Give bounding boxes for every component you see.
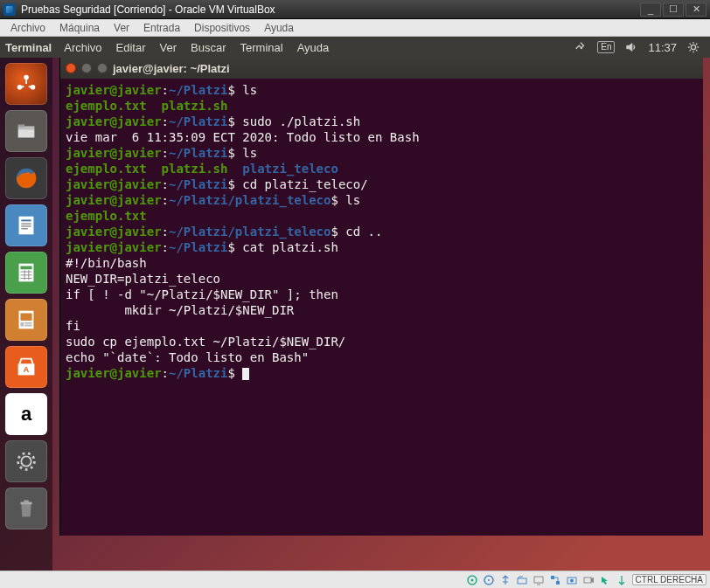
svg-point-32: [471, 578, 474, 581]
minimize-button[interactable]: _: [640, 3, 661, 17]
svg-point-0: [691, 45, 695, 49]
svg-point-41: [570, 578, 574, 582]
vbox-menu-archivo[interactable]: Archivo: [3, 22, 52, 34]
host-key-label: CTRL DERECHA: [632, 574, 707, 585]
term-menu-editar[interactable]: Editar: [109, 41, 153, 54]
term-menu-ver[interactable]: Ver: [153, 41, 184, 54]
terminal-minimize-button[interactable]: [81, 63, 92, 73]
svg-rect-5: [18, 129, 35, 137]
virtualbox-icon: [3, 3, 16, 16]
svg-point-34: [488, 579, 490, 581]
svg-rect-30: [24, 501, 29, 502]
launcher-firefox-icon[interactable]: [5, 157, 47, 199]
launcher-settings-icon[interactable]: [5, 440, 47, 482]
vbox-statusbar: CTRL DERECHA: [0, 571, 710, 588]
virtualbox-window: Pruebas Seguridad [Corriendo] - Oracle V…: [0, 0, 710, 588]
terminal-body[interactable]: javier@javier:~/Platzi$ lsejemplo.txt pl…: [60, 79, 703, 536]
launcher-software-icon[interactable]: A: [5, 346, 47, 388]
terminal-title: javier@javier: ~/Platzi: [113, 62, 698, 75]
vbox-menu-maquina[interactable]: Máquina: [52, 22, 107, 34]
term-menu-buscar[interactable]: Buscar: [184, 41, 233, 54]
ubuntu-top-panel: Terminal Archivo Editar Ver Buscar Termi…: [0, 37, 710, 58]
clock[interactable]: 11:37: [643, 41, 682, 54]
sound-indicator-icon[interactable]: [620, 41, 643, 53]
terminal-titlebar[interactable]: javier@javier: ~/Platzi: [60, 58, 703, 79]
svg-rect-21: [20, 314, 31, 321]
keyboard-indicator[interactable]: En: [592, 41, 620, 53]
term-menu-terminal[interactable]: Terminal: [233, 41, 290, 54]
status-cd-icon[interactable]: [483, 574, 496, 586]
status-net-icon[interactable]: [549, 574, 562, 586]
status-hdd-icon[interactable]: [466, 574, 479, 586]
launcher-files-icon[interactable]: [5, 110, 47, 152]
vbox-menu-ver[interactable]: Ver: [107, 22, 136, 34]
panel-app-title: Terminal: [5, 41, 52, 54]
svg-point-27: [21, 456, 31, 466]
svg-rect-24: [24, 325, 31, 327]
terminal-close-button[interactable]: [66, 63, 76, 73]
maximize-button[interactable]: ☐: [663, 3, 684, 17]
svg-rect-38: [551, 576, 554, 579]
launcher-amazon-icon[interactable]: a: [5, 393, 47, 435]
status-display-icon[interactable]: [532, 574, 546, 586]
launcher-dash-icon[interactable]: [5, 63, 47, 105]
vbox-titlebar[interactable]: Pruebas Seguridad [Corriendo] - Oracle V…: [0, 0, 710, 19]
status-rec-icon[interactable]: [582, 574, 595, 586]
svg-rect-22: [20, 322, 24, 327]
launcher-writer-icon[interactable]: [5, 204, 47, 246]
terminal-maximize-button[interactable]: [97, 63, 108, 73]
vbox-menu-ayuda[interactable]: Ayuda: [257, 22, 301, 34]
svg-rect-14: [20, 266, 31, 270]
svg-rect-23: [24, 322, 31, 324]
close-button[interactable]: ✕: [686, 3, 707, 17]
amazon-glyph: a: [21, 403, 31, 425]
svg-rect-35: [518, 578, 526, 584]
terminal-menubar: Archivo Editar Ver Buscar Terminal Ayuda: [57, 41, 336, 54]
keyboard-layout-label: En: [597, 41, 615, 53]
svg-text:A: A: [24, 365, 30, 374]
status-mouse-icon[interactable]: [599, 574, 612, 586]
svg-point-1: [24, 75, 29, 80]
terminal-window[interactable]: javier@javier: ~/Platzi javier@javier:~/…: [59, 58, 703, 536]
desktop-area: A a: [0, 58, 710, 571]
svg-rect-6: [18, 125, 25, 128]
vbox-title: Pruebas Seguridad [Corriendo] - Oracle V…: [21, 3, 640, 16]
status-capture-icon[interactable]: [566, 574, 579, 586]
network-indicator-icon[interactable]: [569, 41, 592, 53]
gear-icon[interactable]: [682, 41, 705, 53]
ubuntu-desktop: Terminal Archivo Editar Ver Buscar Termi…: [0, 37, 710, 571]
svg-rect-29: [20, 502, 31, 505]
vbox-menu-dispositivos[interactable]: Dispositivos: [187, 22, 257, 34]
status-keyboard-icon[interactable]: [616, 574, 629, 586]
launcher-trash-icon[interactable]: [5, 488, 47, 529]
svg-rect-42: [584, 578, 591, 583]
vbox-menubar: Archivo Máquina Ver Entrada Dispositivos…: [0, 19, 710, 37]
window-controls: _ ☐ ✕: [640, 3, 707, 17]
status-usb-icon[interactable]: [499, 574, 512, 586]
launcher-impress-icon[interactable]: [5, 299, 47, 341]
unity-launcher: A a: [0, 58, 52, 571]
term-menu-ayuda[interactable]: Ayuda: [290, 41, 337, 54]
status-shared-folders-icon[interactable]: [516, 574, 529, 586]
svg-rect-36: [534, 577, 543, 583]
launcher-calc-icon[interactable]: [5, 252, 47, 294]
term-menu-archivo[interactable]: Archivo: [57, 41, 108, 54]
vbox-menu-entrada[interactable]: Entrada: [136, 22, 187, 34]
svg-rect-8: [19, 217, 34, 235]
